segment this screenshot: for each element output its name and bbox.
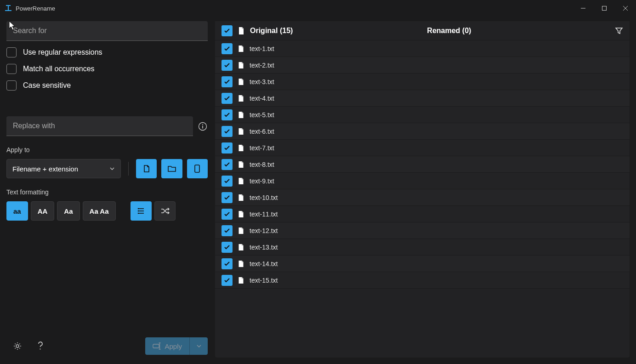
enumerate-button[interactable] [131,201,152,221]
option-case-sensitive[interactable]: Case sensitive [6,80,208,91]
file-checkbox[interactable] [221,76,233,87]
svg-rect-9 [202,125,203,128]
svg-rect-4 [602,6,607,11]
format-capitalize-button[interactable]: Aa Aa [83,201,116,221]
apply-to-select[interactable]: Filename + extension [6,159,121,178]
file-checkbox[interactable] [221,176,233,187]
file-row[interactable]: text-8.txt [215,156,630,173]
option-regex[interactable]: Use regular expressions [6,47,208,57]
info-icon[interactable] [198,121,208,131]
file-checkbox[interactable] [221,60,233,71]
svg-rect-2 [6,5,11,6]
file-checkbox[interactable] [221,242,233,253]
search-input[interactable] [6,21,208,41]
maximize-button[interactable] [594,0,615,17]
format-uppercase-button[interactable]: AA [31,201,55,221]
rename-icon [153,342,161,350]
randomize-button[interactable] [154,201,176,221]
mouse-cursor-icon [8,20,17,31]
file-row[interactable]: text-11.txt [215,206,630,222]
file-row[interactable]: text-1.txt [215,40,630,57]
titlebar: PowerRename [0,0,636,17]
checkbox-icon[interactable] [6,64,17,74]
select-all-checkbox[interactable] [221,25,233,36]
replace-input[interactable] [6,116,193,136]
file-row[interactable]: text-3.txt [215,74,630,90]
checkbox-icon[interactable] [6,80,17,91]
file-checkbox[interactable] [221,93,233,104]
file-checkbox[interactable] [221,225,233,236]
file-row[interactable]: text-7.txt [215,140,630,156]
file-icon [238,111,244,119]
file-icon [238,194,244,201]
option-label: Match all occurrences [23,65,95,73]
file-name: text-3.txt [250,78,274,85]
file-name: text-13.txt [250,244,278,251]
file-row[interactable]: text-15.txt [215,272,630,289]
file-checkbox[interactable] [221,159,233,170]
file-list[interactable]: text-1.txt text-2.txt text-3.txt text-4.… [215,40,630,358]
file-checkbox[interactable] [221,275,233,286]
file-name: text-8.txt [250,161,274,168]
svg-point-14 [137,208,139,210]
file-checkbox[interactable] [221,43,233,54]
apply-button[interactable]: Apply [145,337,189,355]
format-lowercase-button[interactable]: aa [6,201,28,221]
filter-button[interactable] [615,27,623,35]
close-button[interactable] [615,0,636,17]
file-checkbox[interactable] [221,142,233,154]
window-controls [573,0,636,17]
file-row[interactable]: text-10.txt [215,189,630,206]
apply-dropdown-button[interactable] [189,337,208,355]
file-name: text-2.txt [250,62,274,69]
include-folders-button[interactable] [161,159,182,178]
checkbox-icon[interactable] [6,47,17,57]
file-row[interactable]: text-14.txt [215,256,630,272]
renamed-header: Renamed (0) [427,27,471,35]
include-subfolders-button[interactable] [187,159,208,178]
file-checkbox[interactable] [221,192,233,203]
chevron-down-icon [109,166,115,171]
file-row[interactable]: text-13.txt [215,239,630,256]
file-checkbox[interactable] [221,209,233,220]
file-list-panel: Original (15) Renamed (0) text-1.txt tex… [215,21,630,358]
settings-button[interactable] [9,338,26,354]
file-name: text-15.txt [250,277,278,284]
file-icon [238,144,244,152]
svg-point-15 [137,210,139,212]
file-row[interactable]: text-12.txt [215,222,630,239]
file-row[interactable]: text-6.txt [215,123,630,140]
format-titlecase-button[interactable]: Aa [57,201,80,221]
file-icon [238,161,244,168]
bottom-bar: Apply [6,335,208,358]
option-match-all[interactable]: Match all occurrences [6,64,208,74]
file-name: text-11.txt [250,210,278,218]
app-icon [5,5,12,12]
file-icon [238,128,244,135]
svg-point-16 [137,213,139,214]
text-formatting-label: Text formatting [6,188,208,196]
svg-point-17 [16,345,19,347]
file-checkbox[interactable] [221,258,233,269]
file-row[interactable]: text-5.txt [215,107,630,123]
file-icon [238,95,244,102]
file-row[interactable]: text-4.txt [215,90,630,107]
file-icon [238,62,244,69]
file-name: text-4.txt [250,95,274,102]
file-checkbox[interactable] [221,109,233,120]
divider [128,162,129,176]
file-icon [238,45,244,52]
file-row[interactable]: text-2.txt [215,57,630,74]
minimize-button[interactable] [573,0,594,17]
chevron-down-icon [196,343,202,349]
help-button[interactable] [32,338,49,354]
include-files-button[interactable] [136,159,157,178]
option-label: Use regular expressions [23,48,102,57]
svg-point-18 [40,348,40,349]
file-icon [238,210,244,218]
file-icon [238,244,244,251]
file-icon [238,177,244,185]
file-row[interactable]: text-9.txt [215,173,630,189]
select-value: Filename + extension [12,165,78,173]
file-checkbox[interactable] [221,126,233,137]
